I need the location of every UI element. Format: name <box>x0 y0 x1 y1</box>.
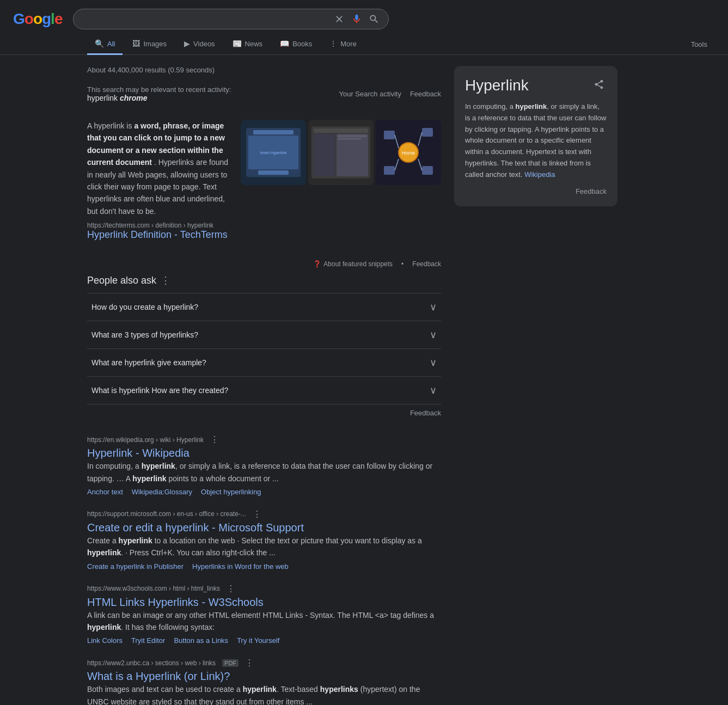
svg-rect-2 <box>384 131 395 139</box>
search-input[interactable]: hyperlink <box>82 14 334 24</box>
header: Google hyperlink <box>0 0 728 29</box>
snippet-description: A hyperlink is a word, phrase, or image … <box>87 120 232 217</box>
result-sitelinks-0: Anchor text Wikipedia:Glossary Object hy… <box>87 488 441 496</box>
tab-books[interactable]: 📖 Books <box>272 34 320 55</box>
clear-button[interactable] <box>334 14 345 24</box>
result-stats: About 44,400,000 results (0.59 seconds) <box>87 62 441 81</box>
result-url-row-2: https://www.w3schools.com › html › html_… <box>87 584 441 594</box>
sitelink-2-3[interactable]: Try it Yourself <box>237 636 279 645</box>
more-icon: ⋮ <box>329 39 337 48</box>
result-title-2[interactable]: HTML Links Hyperlinks - W3Schools <box>87 596 264 608</box>
search-result-3: https://www2.unbc.ca › sections › web › … <box>87 658 441 705</box>
result-title-0[interactable]: Hyperlink - Wikipedia <box>87 447 189 459</box>
kp-feedback-link[interactable]: Feedback <box>465 187 607 195</box>
result-more-button-0[interactable]: ⋮ <box>208 434 221 445</box>
svg-rect-5 <box>384 166 395 175</box>
main-content: About 44,400,000 results (0.59 seconds) … <box>0 55 728 705</box>
tab-videos[interactable]: ▶ Videos <box>176 34 223 55</box>
sitelink-0-0[interactable]: Anchor text <box>87 488 123 496</box>
result-title-3[interactable]: What is a Hyperlink (or Link)? <box>87 670 230 682</box>
your-search-activity-link[interactable]: Your Search activity <box>339 90 401 98</box>
paa-chevron-0: ∨ <box>430 301 437 313</box>
result-url-1: https://support.microsoft.com › en-us › … <box>87 510 246 518</box>
sitelink-1-0[interactable]: Create a hyperlink in Publisher <box>87 562 183 571</box>
paa-item-0[interactable]: How do you create a hyperlink? ∨ <box>87 293 441 321</box>
result-url-2: https://www.w3schools.com › html › html_… <box>87 585 220 592</box>
svg-line-8 <box>418 159 422 170</box>
tab-all[interactable]: 🔍 All <box>87 34 123 55</box>
paa-feedback-link[interactable]: Feedback <box>87 404 441 426</box>
news-icon: 📰 <box>233 39 242 48</box>
snippet-feedback-link[interactable]: Feedback <box>412 260 441 268</box>
search-button[interactable] <box>369 14 380 24</box>
svg-line-9 <box>395 159 399 170</box>
search-box[interactable]: hyperlink <box>73 9 389 29</box>
snippet-image-3[interactable]: Home <box>376 120 441 185</box>
paa-chevron-2: ∨ <box>430 357 437 369</box>
left-column: About 44,400,000 results (0.59 seconds) … <box>87 62 441 705</box>
paa-item-3[interactable]: What is hyperlink How are they created? … <box>87 376 441 404</box>
result-more-button-2[interactable]: ⋮ <box>224 584 237 594</box>
books-icon: 📖 <box>280 39 289 48</box>
result-title-1[interactable]: Create or edit a hyperlink - Microsoft S… <box>87 522 304 534</box>
result-url-row-1: https://support.microsoft.com › en-us › … <box>87 509 441 519</box>
recent-activity-links: Your Search activity Feedback <box>339 90 441 98</box>
sitelink-0-2[interactable]: Object hyperlinking <box>201 488 261 496</box>
kp-header: Hyperlink <box>465 77 607 95</box>
result-desc-0: In computing, a hyperlink, or simply a l… <box>87 460 441 485</box>
result-desc-1: Create a hyperlink to a location on the … <box>87 535 441 559</box>
featured-snippet: A hyperlink is a word, phrase, or image … <box>87 111 441 249</box>
snippet-title-link[interactable]: Hyperlink Definition - TechTerms <box>87 229 228 240</box>
search-result-1: https://support.microsoft.com › en-us › … <box>87 509 441 571</box>
result-url-3: https://www2.unbc.ca › sections › web › … <box>87 659 216 667</box>
result-url-0: https://en.wikipedia.org › wiki › Hyperl… <box>87 436 204 444</box>
search-result-0: https://en.wikipedia.org › wiki › Hyperl… <box>87 434 441 496</box>
search-result-2: https://www.w3schools.com › html › html_… <box>87 584 441 645</box>
result-more-button-1[interactable]: ⋮ <box>250 509 264 519</box>
recent-activity-bar: This search may be relevant to recent ac… <box>87 81 441 107</box>
paa-item-1[interactable]: What are 3 types of hyperlinks? ∨ <box>87 321 441 348</box>
nav-tabs: 🔍 All 🖼 Images ▶ Videos 📰 News 📖 Books ⋮… <box>0 29 728 55</box>
svg-rect-4 <box>422 166 433 175</box>
search-icon: 🔍 <box>95 39 104 48</box>
snippet-image-2[interactable] <box>308 120 374 185</box>
result-sitelinks-2: Link Colors Tryit Editor Button as a Lin… <box>87 636 441 645</box>
tab-news[interactable]: 📰 News <box>225 34 271 55</box>
snippet-url: https://techterms.com › definition › hyp… <box>87 222 232 229</box>
recent-feedback-link[interactable]: Feedback <box>410 90 441 98</box>
kp-share-button[interactable] <box>591 77 607 95</box>
sitelink-2-0[interactable]: Link Colors <box>87 636 123 645</box>
result-url-row-0: https://en.wikipedia.org › wiki › Hyperl… <box>87 434 441 445</box>
people-also-ask: People also ask ⋮ How do you create a hy… <box>87 274 441 426</box>
snippet-text: A hyperlink is a word, phrase, or image … <box>87 120 232 241</box>
pdf-badge: PDF <box>222 659 238 667</box>
svg-rect-3 <box>422 128 433 137</box>
knowledge-panel: Hyperlink In computing, a hyperlink, or … <box>454 66 617 206</box>
paa-item-2[interactable]: What are hyperlink give example? ∨ <box>87 348 441 376</box>
paa-options-button[interactable]: ⋮ <box>161 274 170 286</box>
kp-wikipedia-link[interactable]: Wikipedia <box>524 170 555 179</box>
svg-line-7 <box>418 132 422 146</box>
tools-button[interactable]: Tools <box>683 35 715 54</box>
result-sitelinks-1: Create a hyperlink in Publisher Hyperlin… <box>87 562 441 571</box>
tab-images[interactable]: 🖼 Images <box>125 34 174 55</box>
paa-header: People also ask ⋮ <box>87 274 441 286</box>
snippet-source: https://techterms.com › definition › hyp… <box>87 222 232 241</box>
about-snippets-link[interactable]: ❓ About featured snippets <box>313 260 393 268</box>
sitelink-2-2[interactable]: Button as a Links <box>174 636 228 645</box>
images-icon: 🖼 <box>132 39 140 48</box>
help-icon: ❓ <box>313 260 321 268</box>
right-column: Hyperlink In computing, a hyperlink, or … <box>454 62 617 705</box>
microphone-button[interactable] <box>351 14 362 24</box>
sitelink-2-1[interactable]: Tryit Editor <box>131 636 165 645</box>
tab-more[interactable]: ⋮ More <box>322 34 364 55</box>
snippet-image-1[interactable]: Insert Hyperlink <box>241 120 306 185</box>
google-logo: Google <box>13 10 62 28</box>
kp-description: In computing, a hyperlink, or simply a l… <box>465 101 607 181</box>
result-desc-2: A link can be an image or any other HTML… <box>87 609 441 634</box>
paa-chevron-1: ∨ <box>430 329 437 341</box>
sitelink-1-1[interactable]: Hyperlinks in Word for the web <box>192 562 289 571</box>
result-more-button-3[interactable]: ⋮ <box>243 658 256 668</box>
result-desc-3: Both images and text can be used to crea… <box>87 683 441 705</box>
sitelink-0-1[interactable]: Wikipedia:Glossary <box>132 488 192 496</box>
